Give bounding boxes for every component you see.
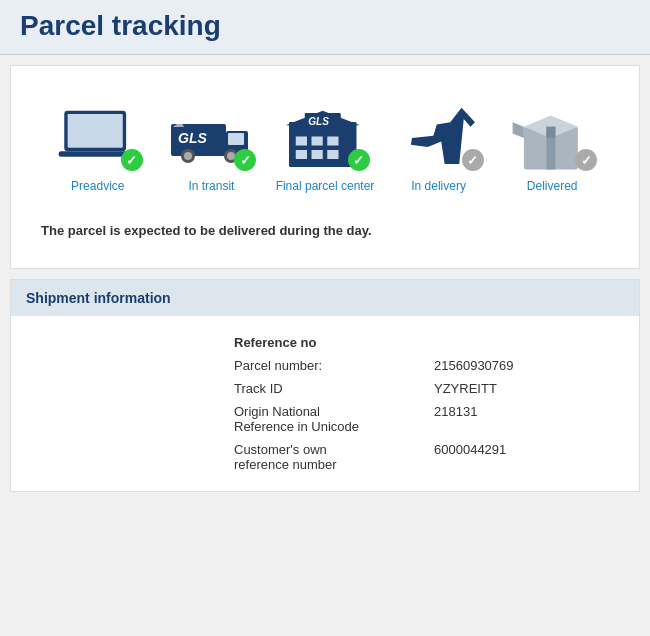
customer-reference-row: Customer's ownreference number 600004429… <box>26 438 624 476</box>
svg-rect-18 <box>311 150 322 159</box>
customer-reference-label: Customer's ownreference number <box>226 438 426 476</box>
svg-rect-5 <box>228 133 244 145</box>
shipment-info-body: Reference no Parcel number: 21560930769 … <box>11 316 639 491</box>
preadvice-label: Preadvice <box>71 179 124 193</box>
final-parcel-center-checkmark: ✓ <box>348 149 370 171</box>
delivered-label: Delivered <box>527 179 578 193</box>
svg-rect-17 <box>296 150 307 159</box>
step-in-delivery: ✓ In delivery <box>384 106 494 193</box>
svg-text:GLS: GLS <box>178 130 207 146</box>
in-delivery-checkmark: ✓ <box>462 149 484 171</box>
in-delivery-label: In delivery <box>411 179 466 193</box>
page-header: Parcel tracking <box>0 0 650 55</box>
origin-national-label: Origin NationalReference in Unicode <box>226 400 426 438</box>
delivered-checkmark: ✓ <box>575 149 597 171</box>
step-final-parcel-center: GLS ✓ Final parcel center <box>270 106 380 193</box>
parcel-number-row: Parcel number: 21560930769 <box>26 354 624 377</box>
tracking-steps: ✓ Preadvice <box>31 86 619 203</box>
shipment-info-header: Shipment information <box>11 280 639 316</box>
final-parcel-center-label: Final parcel center <box>276 179 375 193</box>
track-id-row: Track ID YZYREITT <box>26 377 624 400</box>
in-transit-icon-wrapper: GLS ✓ <box>166 106 256 171</box>
in-delivery-icon-wrapper: ✓ <box>394 106 484 171</box>
svg-rect-15 <box>311 136 322 145</box>
svg-rect-14 <box>296 136 307 145</box>
step-delivered: ✓ Delivered <box>497 106 607 193</box>
customer-reference-value: 6000044291 <box>426 438 624 476</box>
origin-national-row: Origin NationalReference in Unicode 2181… <box>26 400 624 438</box>
preadvice-icon-wrapper: ✓ <box>53 106 143 171</box>
origin-national-value: 218131 <box>426 400 624 438</box>
svg-rect-19 <box>327 150 338 159</box>
step-in-transit: GLS ✓ In transit <box>156 106 266 193</box>
final-parcel-center-icon-wrapper: GLS ✓ <box>280 106 370 171</box>
svg-rect-16 <box>327 136 338 145</box>
parcel-number-value: 21560930769 <box>426 354 624 377</box>
delivered-icon-wrapper: ✓ <box>507 106 597 171</box>
reference-title: Reference no <box>226 331 426 354</box>
reference-title-row: Reference no <box>26 331 624 354</box>
info-table: Reference no Parcel number: 21560930769 … <box>26 331 624 476</box>
main-content: ✓ Preadvice <box>10 65 640 269</box>
track-id-label: Track ID <box>226 377 426 400</box>
preadvice-checkmark: ✓ <box>121 149 143 171</box>
svg-marker-26 <box>547 127 556 138</box>
svg-point-7 <box>184 152 192 160</box>
track-id-value: YZYREITT <box>426 377 624 400</box>
delivery-message: The parcel is expected to be delivered d… <box>41 223 609 238</box>
svg-marker-24 <box>513 122 524 138</box>
svg-text:GLS: GLS <box>308 116 329 127</box>
step-preadvice: ✓ Preadvice <box>43 106 153 193</box>
in-transit-label: In transit <box>188 179 234 193</box>
parcel-number-label: Parcel number: <box>226 354 426 377</box>
svg-rect-1 <box>67 114 122 148</box>
shipment-info: Shipment information Reference no Parcel… <box>10 279 640 492</box>
page-title: Parcel tracking <box>20 10 630 42</box>
